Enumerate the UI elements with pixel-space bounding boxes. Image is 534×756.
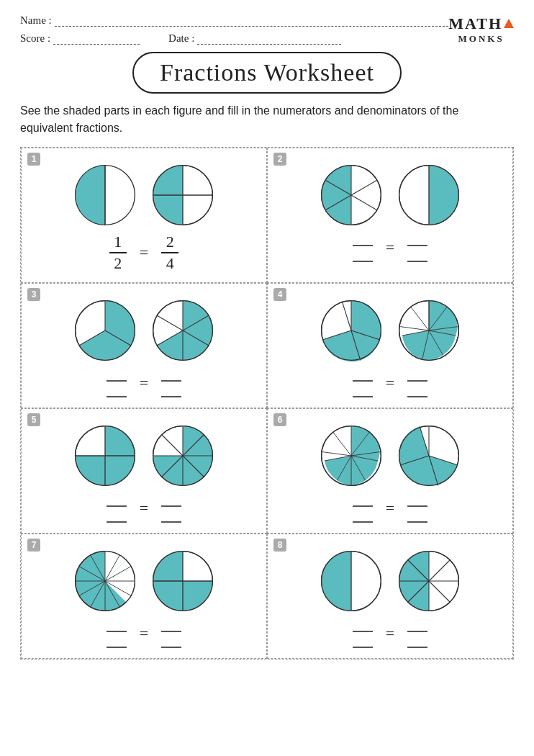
num-1-2: 2 [166, 233, 174, 251]
equals-7: = [140, 624, 148, 643]
blank-den-6-2 [407, 510, 427, 523]
fraction-row-2: = [353, 233, 427, 262]
blank-den-6-1 [353, 510, 373, 523]
blank-den-2-2 [407, 249, 427, 262]
blank-den-4-2 [407, 384, 427, 397]
worksheet-grid: 1 1 2 [20, 147, 514, 660]
blank-num-7-2 [161, 619, 181, 632]
problem-number-4: 4 [273, 288, 286, 301]
instructions: See the shaded parts in each figure and … [20, 102, 514, 137]
den-1-2: 4 [166, 255, 174, 272]
name-line: Name : [20, 14, 448, 27]
problem-7: 7 [21, 534, 267, 659]
blank-num-5-2 [161, 494, 181, 507]
blank-frac-4-2 [407, 369, 427, 397]
circle-5-2 [150, 423, 215, 488]
fraction-row-7: = [107, 619, 181, 648]
blank-num-3-1 [107, 369, 127, 382]
score-label: Score : [20, 32, 50, 45]
circle-5-1 [73, 423, 137, 488]
circle-1-2 [150, 163, 215, 228]
equals-1: = [140, 243, 148, 262]
blank-frac-7-1 [107, 619, 127, 648]
circles-row-3 [73, 298, 215, 363]
circle-3-1 [73, 298, 137, 363]
problem-number-5: 5 [27, 413, 40, 426]
header-left: Name : Score : Date : [20, 14, 448, 45]
blank-num-4-2 [407, 369, 427, 382]
fraction-row-1: 1 2 = 2 4 [109, 233, 178, 272]
fraction-1-2: 2 4 [161, 233, 178, 272]
circle-6-1 [319, 423, 384, 488]
circle-4-2 [397, 298, 461, 363]
blank-num-4-1 [353, 369, 373, 382]
blank-den-3-1 [107, 384, 127, 397]
den-1-1: 2 [114, 255, 122, 272]
name-fill-line [55, 15, 448, 27]
blank-den-7-2 [161, 635, 181, 648]
blank-num-2-1 [353, 233, 373, 246]
score-part: Score : [20, 32, 140, 45]
blank-frac-3-2 [161, 369, 181, 397]
logo-top: MATH [448, 14, 514, 33]
blank-num-6-2 [407, 494, 427, 507]
problem-number-1: 1 [27, 153, 40, 166]
logo-math-text: MATH [448, 14, 502, 33]
circle-2-1 [319, 163, 384, 228]
blank-num-5-1 [107, 494, 127, 507]
blank-frac-8-1 [353, 619, 373, 648]
fraction-row-5: = [107, 494, 181, 523]
circles-row-8 [319, 549, 461, 613]
blank-num-8-2 [407, 619, 427, 632]
problem-5: 5 [21, 408, 267, 534]
blank-den-8-1 [353, 635, 373, 648]
circle-3-2 [150, 298, 215, 363]
circle-7-1 [73, 549, 137, 613]
header: Name : Score : Date : MATH MONKS [20, 14, 514, 45]
problem-number-7: 7 [27, 539, 40, 552]
blank-frac-4-1 [353, 369, 373, 397]
score-date-row: Score : Date : [20, 32, 448, 45]
circle-7-2 [150, 549, 215, 613]
date-fill-line [197, 33, 341, 45]
problem-1: 1 1 2 [21, 148, 267, 283]
blank-den-3-2 [161, 384, 181, 397]
fraction-row-4: = [353, 369, 427, 397]
num-1-1: 1 [114, 233, 122, 251]
circle-4-1 [319, 298, 384, 363]
problem-3: 3 [21, 283, 267, 408]
circles-row-6 [319, 423, 461, 488]
blank-frac-7-2 [161, 619, 181, 648]
problem-8: 8 [267, 534, 513, 659]
date-label: Date : [168, 32, 194, 45]
logo-monks-text: MONKS [458, 33, 504, 45]
problem-2: 2 [267, 148, 513, 283]
frac-line-1-1 [109, 252, 127, 253]
logo: MATH MONKS [448, 14, 514, 45]
blank-den-2-1 [353, 249, 373, 262]
problem-number-8: 8 [273, 539, 286, 552]
blank-num-8-1 [353, 619, 373, 632]
blank-frac-6-2 [407, 494, 427, 523]
blank-frac-2-2 [407, 233, 427, 262]
blank-den-4-1 [353, 384, 373, 397]
equals-3: = [140, 374, 148, 392]
circles-row-5 [73, 423, 215, 488]
problem-6: 6 [267, 408, 513, 534]
blank-den-5-1 [107, 510, 127, 523]
equals-4: = [386, 374, 394, 392]
circle-2-2 [397, 163, 461, 228]
blank-den-7-1 [107, 635, 127, 648]
problem-4: 4 [267, 283, 513, 408]
circles-row-1 [73, 163, 215, 228]
equals-5: = [140, 499, 148, 518]
blank-frac-8-2 [407, 619, 427, 648]
blank-frac-3-1 [107, 369, 127, 397]
blank-den-5-2 [161, 510, 181, 523]
blank-frac-6-1 [353, 494, 373, 523]
title-container: Fractions Worksheet [20, 52, 514, 94]
blank-num-2-2 [407, 233, 427, 246]
blank-num-7-1 [107, 619, 127, 632]
circle-6-2 [397, 423, 461, 488]
fraction-row-8: = [353, 619, 427, 648]
